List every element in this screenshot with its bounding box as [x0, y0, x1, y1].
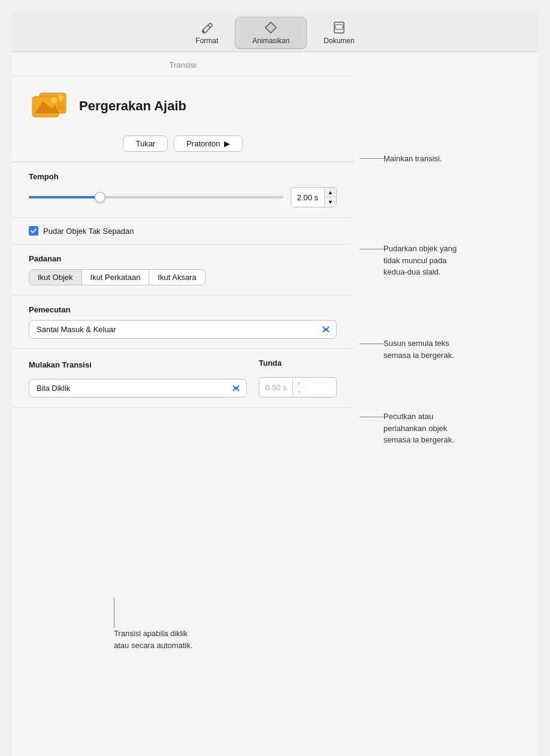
delay-increment[interactable]: ▲ — [293, 378, 304, 387]
start-two-col: Mulakan Transisi Bila Diklik — [29, 359, 337, 397]
delay-col: Tunda 0.50 s ▲ ▼ — [259, 359, 337, 397]
acceleration-annotation-line — [359, 417, 383, 417]
match-label: Padanan — [29, 254, 337, 263]
play-icon: ▶ — [224, 139, 230, 148]
acceleration-section: Pemecutan Santai Masuk & Keluar — [12, 296, 353, 349]
duration-increment[interactable]: ▲ — [325, 188, 336, 197]
delay-decrement[interactable]: ▼ — [293, 387, 304, 397]
preview-label: Pratonton — [186, 139, 220, 148]
match-section: Padanan Ikut Objek Ikut Perkataan Ikut A… — [12, 245, 353, 296]
format-tab[interactable]: Format — [179, 17, 235, 49]
start-col: Mulakan Transisi Bila Diklik — [29, 360, 247, 397]
start-section: Mulakan Transisi Bila Diklik — [12, 349, 353, 408]
fade-annotation: Pudarkan objek yangtidak muncul padakedu… — [359, 243, 457, 278]
slider-thumb[interactable] — [95, 192, 105, 203]
svg-rect-2 — [336, 25, 343, 29]
preview-annotation-line — [359, 158, 383, 159]
duration-value: 2.00 s — [291, 191, 324, 204]
bottom-annotation-text: Transisi apabila diklikatau secara autom… — [114, 628, 193, 651]
slider-fill — [29, 196, 100, 198]
delay-arrows: ▲ ▼ — [292, 378, 304, 397]
start-label: Mulakan Transisi — [29, 360, 247, 369]
match-segmented: Ikut Objek Ikut Perkataan Ikut Aksara — [29, 269, 206, 285]
paintbrush-icon — [200, 21, 213, 34]
slider-track — [29, 196, 283, 198]
bottom-annotation-area: Transisi apabila diklikatau secara autom… — [12, 592, 538, 651]
fade-label: Pudar Objek Tak Sepadan — [43, 227, 134, 236]
content-area: Transisi — [12, 52, 538, 592]
acceleration-annotation: Pecutkan atauperlahankan objeksemasa ia … — [359, 411, 454, 446]
start-select[interactable]: Bila Diklik — [29, 379, 247, 397]
toolbar: Format Animasikan Dokumen — [12, 12, 538, 52]
acceleration-label: Pemecutan — [29, 305, 337, 314]
transition-icon — [29, 88, 69, 124]
match-by-word[interactable]: Ikut Perkataan — [82, 270, 150, 285]
transition-header: Pergerakan Ajaib — [29, 88, 337, 124]
format-label: Format — [195, 37, 218, 45]
preview-annotation: Mainkan transisi. — [359, 153, 442, 165]
left-panel: Transisi — [12, 52, 353, 592]
sidebar-title: Transisi — [12, 52, 353, 76]
fade-annotation-line — [359, 249, 383, 249]
transition-name: Pergerakan Ajaib — [79, 98, 186, 114]
fade-row: Pudar Objek Tak Sepadan — [12, 218, 353, 245]
fade-checkbox[interactable] — [29, 226, 38, 236]
slider-row: 2.00 s ▲ ▼ — [29, 187, 337, 207]
delay-stepper: 0.50 s ▲ ▼ — [259, 377, 337, 397]
document-tab[interactable]: Dokumen — [307, 17, 371, 49]
animate-tab[interactable]: Animasikan — [235, 17, 307, 49]
duration-section: Tempoh 2.00 s ▲ ▼ — [12, 162, 353, 218]
duration-label: Tempoh — [29, 172, 337, 181]
svg-point-0 — [203, 31, 205, 33]
preview-button[interactable]: Pratonton ▶ — [174, 135, 242, 152]
acceleration-annotation-text: Pecutkan atauperlahankan objeksemasa ia … — [383, 411, 454, 446]
preview-annotation-text: Mainkan transisi. — [383, 153, 442, 165]
document-icon — [333, 21, 346, 34]
start-dropdown-row: Bila Diklik — [29, 379, 247, 397]
document-label: Dokumen — [324, 37, 354, 45]
animate-label: Animasikan — [252, 37, 289, 45]
acceleration-select[interactable]: Santai Masuk & Keluar — [29, 320, 337, 339]
annotations-area: Mainkan transisi. Pudarkan objek yangtid… — [353, 52, 538, 592]
svg-point-8 — [51, 97, 57, 103]
match-annotation-text: Susun semula tekssemasa ia bergerak. — [383, 338, 454, 361]
delay-label: Tunda — [259, 359, 337, 368]
match-annotation-line — [359, 344, 383, 344]
transition-buttons: Tukar Pratonton ▶ — [123, 135, 242, 152]
delay-value: 0.50 s — [259, 381, 292, 394]
duration-stepper: 2.00 s ▲ ▼ — [291, 187, 337, 207]
match-annotation: Susun semula tekssemasa ia bergerak. — [359, 338, 454, 361]
app-window: Format Animasikan Dokumen Transisi — [12, 12, 538, 756]
transition-section: Pergerakan Ajaib Tukar Pratonton ▶ — [12, 76, 353, 162]
bottom-vertical-line — [114, 598, 114, 628]
checkmark-icon — [31, 228, 37, 233]
match-by-object[interactable]: Ikut Objek — [29, 270, 82, 285]
fade-annotation-text: Pudarkan objek yangtidak muncul padakedu… — [383, 243, 457, 278]
duration-decrement[interactable]: ▼ — [325, 197, 336, 207]
transition-info: Pergerakan Ajaib — [79, 98, 186, 114]
duration-arrows: ▲ ▼ — [324, 188, 336, 207]
swap-button[interactable]: Tukar — [123, 135, 168, 152]
match-by-char[interactable]: Ikut Aksara — [149, 270, 204, 285]
diamond-icon — [264, 21, 277, 34]
acceleration-dropdown-row: Santai Masuk & Keluar — [29, 320, 337, 339]
magic-move-icon — [29, 88, 69, 119]
